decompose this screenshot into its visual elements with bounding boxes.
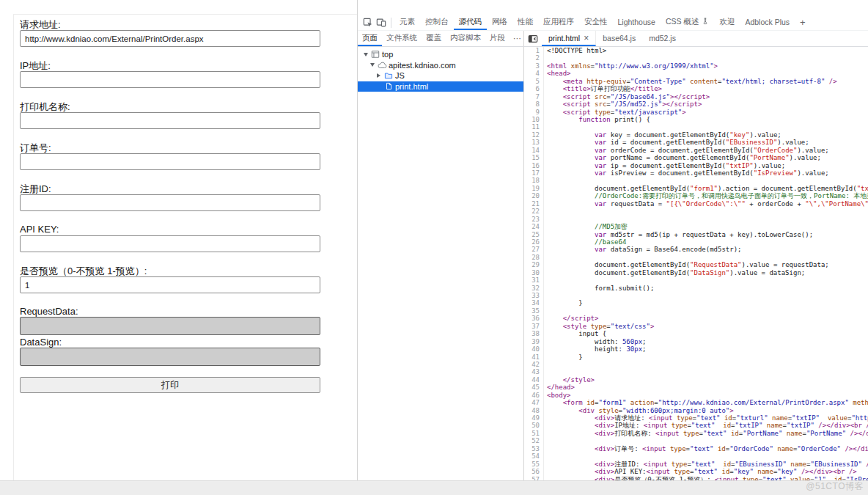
input-IsPreview[interactable] (20, 276, 320, 293)
line-number[interactable]: 27 (525, 246, 544, 253)
subtab-页面[interactable]: 页面 (358, 31, 382, 46)
tab-欢迎[interactable]: 欢迎 (714, 15, 740, 30)
line-number[interactable]: 1 (525, 47, 544, 54)
line-number[interactable]: 42 (525, 361, 544, 368)
line-number[interactable]: 38 (525, 330, 544, 337)
line-number[interactable]: 46 (525, 392, 544, 399)
input-RequestData[interactable] (20, 317, 320, 335)
tab-CSS 概述[interactable]: CSS 概述 (661, 15, 715, 30)
code-text: </head> (544, 384, 575, 391)
line-number[interactable]: 22 (525, 208, 544, 215)
line-number[interactable]: 24 (525, 223, 544, 230)
line-number[interactable]: 35 (525, 307, 544, 315)
line-number[interactable]: 9 (525, 109, 544, 116)
line-number[interactable]: 52 (525, 437, 544, 444)
line-number[interactable]: 33 (525, 292, 544, 299)
line-number[interactable]: 21 (525, 200, 544, 208)
input-PortName[interactable] (20, 112, 320, 129)
line-number[interactable]: 39 (525, 338, 544, 345)
editor-tab-base64.js[interactable]: base64.js (596, 31, 642, 46)
line-number[interactable]: 43 (525, 368, 544, 375)
line-number[interactable]: 20 (525, 192, 544, 199)
more-tabs-icon[interactable]: ⋯ (510, 31, 526, 46)
line-number[interactable]: 5 (525, 78, 544, 85)
line-number[interactable]: 34 (525, 299, 544, 307)
line-number[interactable]: 16 (525, 162, 544, 169)
line-number[interactable]: 30 (525, 269, 544, 276)
line-number[interactable]: 49 (525, 414, 544, 422)
tab-网络[interactable]: 网络 (487, 15, 512, 30)
line-number[interactable]: 23 (525, 216, 544, 223)
add-tab-icon[interactable]: + (795, 15, 811, 30)
line-number[interactable]: 37 (525, 323, 544, 330)
line-number[interactable]: 18 (525, 177, 544, 184)
line-number[interactable]: 36 (525, 315, 544, 322)
line-number[interactable]: 15 (525, 154, 544, 161)
navigator-toggle-icon[interactable] (524, 31, 542, 46)
tab-Lighthouse[interactable]: Lighthouse (613, 15, 661, 30)
expander-open-icon[interactable] (368, 63, 376, 67)
device-toolbar-icon[interactable] (375, 16, 388, 29)
line-number[interactable]: 8 (525, 100, 544, 108)
expander-open-icon[interactable] (361, 53, 369, 56)
line-number[interactable]: 40 (525, 345, 544, 353)
line-number[interactable]: 14 (525, 147, 544, 154)
tree-item-JS[interactable]: JS (358, 70, 523, 81)
line-number[interactable]: 7 (525, 93, 544, 100)
line-number[interactable]: 50 (525, 422, 544, 429)
line-number[interactable]: 6 (525, 85, 544, 92)
line-number[interactable]: 48 (525, 407, 544, 414)
subtab-覆盖[interactable]: 覆盖 (422, 31, 446, 46)
line-number[interactable]: 45 (525, 384, 544, 391)
devtools-main-toolbar: 元素控制台源代码网络性能应用程序安全性LighthouseCSS 概述欢迎Adb… (358, 15, 868, 31)
tab-应用程序[interactable]: 应用程序 (538, 15, 579, 30)
subtab-文件系统[interactable]: 文件系统 (382, 31, 422, 46)
line-number[interactable]: 17 (525, 169, 544, 177)
editor-tab-print.html[interactable]: print.html× (542, 31, 596, 46)
line-number[interactable]: 3 (525, 62, 544, 70)
line-number[interactable]: 56 (525, 468, 544, 475)
input-OrderCode[interactable] (20, 153, 320, 170)
line-number[interactable]: 51 (525, 430, 544, 437)
input-DataSign[interactable] (20, 348, 320, 366)
input-EBusinessID[interactable] (20, 194, 320, 211)
input-txturl[interactable] (20, 30, 320, 47)
line-number[interactable]: 29 (525, 261, 544, 268)
inspect-element-icon[interactable] (361, 16, 375, 29)
input-txtIP[interactable] (20, 71, 320, 88)
line-number[interactable]: 53 (525, 445, 544, 452)
subtab-片段[interactable]: 片段 (485, 31, 510, 46)
line-number[interactable]: 41 (525, 353, 544, 361)
tab-Adblock Plus[interactable]: Adblock Plus (740, 15, 795, 30)
line-number[interactable]: 32 (525, 285, 544, 292)
line-number[interactable]: 55 (525, 461, 544, 468)
close-icon[interactable]: × (584, 34, 589, 43)
line-number[interactable]: 31 (525, 276, 544, 284)
tab-安全性[interactable]: 安全性 (579, 15, 613, 30)
editor-tab-md52.js[interactable]: md52.js (642, 31, 683, 46)
line-number[interactable]: 26 (525, 238, 544, 246)
line-number[interactable]: 2 (525, 54, 544, 62)
line-number[interactable]: 11 (525, 123, 544, 131)
line-number[interactable]: 54 (525, 452, 544, 460)
line-number[interactable]: 28 (525, 254, 544, 261)
line-number[interactable]: 19 (525, 185, 544, 192)
line-number[interactable]: 13 (525, 139, 544, 146)
expander-closed-icon[interactable] (375, 73, 383, 78)
line-number[interactable]: 10 (525, 116, 544, 123)
tree-item-apitest.kdniao.com[interactable]: apitest.kdniao.com (358, 60, 523, 71)
tab-元素[interactable]: 元素 (394, 15, 420, 30)
line-number[interactable]: 4 (525, 70, 544, 77)
line-number[interactable]: 47 (525, 399, 544, 406)
line-number[interactable]: 25 (525, 231, 544, 238)
tree-item-top[interactable]: top (358, 49, 523, 60)
tab-性能[interactable]: 性能 (512, 15, 538, 30)
tree-item-print.html[interactable]: print.html (358, 81, 523, 92)
print-button[interactable]: 打印 (20, 377, 320, 393)
tab-控制台[interactable]: 控制台 (420, 15, 454, 30)
subtab-内容脚本[interactable]: 内容脚本 (446, 31, 485, 46)
line-number[interactable]: 12 (525, 131, 544, 139)
tab-源代码[interactable]: 源代码 (454, 15, 488, 30)
line-number[interactable]: 44 (525, 376, 544, 384)
input-key[interactable] (20, 235, 320, 252)
